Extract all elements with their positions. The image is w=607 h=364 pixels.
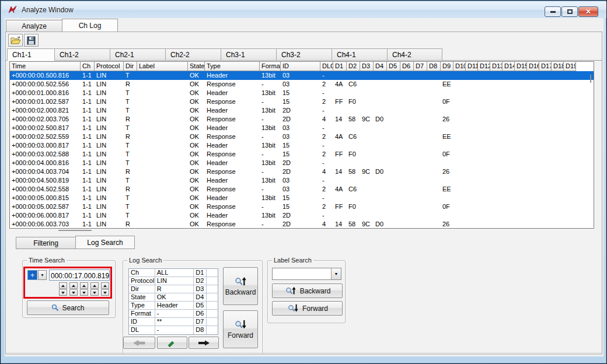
- channel-tab-ch2-2[interactable]: Ch2-2: [165, 48, 221, 61]
- column-header-d1[interactable]: D1: [333, 62, 347, 71]
- label-search-combo[interactable]: ▼: [272, 268, 341, 280]
- time-search-input[interactable]: [49, 270, 110, 281]
- column-header-label[interactable]: Label: [137, 62, 188, 71]
- spinner-down-button[interactable]: [101, 289, 109, 296]
- data-field-value[interactable]: [207, 310, 218, 317]
- column-header-d3[interactable]: D3: [360, 62, 374, 71]
- channel-tab-ch4-2[interactable]: Ch4-2: [387, 48, 442, 61]
- spinner-up-button[interactable]: [59, 282, 67, 289]
- column-header-time[interactable]: Time: [10, 62, 81, 71]
- time-sign-combo[interactable]: + ▼: [27, 270, 47, 280]
- criteria-value[interactable]: Header: [155, 302, 194, 309]
- table-row[interactable]: +000:00:04.003.7041-1LINROKResponse-2D41…: [10, 167, 594, 176]
- column-header-d8[interactable]: D8: [427, 62, 441, 71]
- column-header-d10[interactable]: D10: [453, 62, 466, 71]
- channel-tab-ch2-1[interactable]: Ch2-1: [110, 48, 165, 61]
- data-field-value[interactable]: [207, 293, 218, 301]
- table-row[interactable]: +000:00:00.502.5561-1LINROKResponse-0324…: [10, 80, 594, 89]
- log-search-backward-button[interactable]: Backward: [223, 267, 258, 305]
- time-search-button[interactable]: Search: [27, 300, 109, 315]
- spinner-down-button[interactable]: [90, 289, 99, 296]
- criteria-value[interactable]: OK: [155, 293, 194, 301]
- channel-tab-ch1-1[interactable]: Ch1-1: [7, 48, 54, 61]
- data-field-value[interactable]: [207, 326, 218, 334]
- spinner-up-button[interactable]: [101, 282, 109, 289]
- table-row[interactable]: +000:00:05.000.8151-1LINTOKHeader13bit15…: [10, 194, 594, 202]
- data-field-value[interactable]: [207, 318, 218, 326]
- spinner-up-button[interactable]: [90, 282, 99, 289]
- data-field-value[interactable]: [207, 269, 218, 276]
- spinner-up-button[interactable]: [80, 282, 88, 289]
- data-field-value[interactable]: [207, 302, 218, 309]
- column-header-d9[interactable]: D9: [441, 62, 453, 71]
- label-search-backward-button[interactable]: Backward: [272, 284, 343, 298]
- table-row[interactable]: +000:00:01.000.8161-1LINTOKHeader13bit15…: [10, 89, 594, 97]
- spinner-up-button[interactable]: [69, 282, 78, 289]
- save-button[interactable]: [24, 34, 39, 47]
- table-row[interactable]: +000:00:03.002.5881-1LINTOKResponse-152F…: [10, 150, 594, 159]
- column-header-dlc[interactable]: DLC: [320, 62, 333, 71]
- horizontal-scrollbar-thumb[interactable]: [58, 230, 92, 231]
- column-header-format[interactable]: Format: [260, 62, 281, 71]
- criteria-value[interactable]: R: [155, 285, 194, 293]
- table-row[interactable]: +000:00:06.003.7031-1LINROKResponse-2D41…: [10, 220, 594, 229]
- column-header-d15[interactable]: D15: [515, 62, 527, 71]
- open-file-button[interactable]: [8, 34, 23, 47]
- edit-criteria-button[interactable]: [157, 337, 187, 349]
- label-search-forward-button[interactable]: Forward: [272, 301, 343, 316]
- column-header-d7[interactable]: D7: [414, 62, 427, 71]
- spinner-down-button[interactable]: [80, 289, 88, 296]
- column-header-d17[interactable]: D17: [539, 62, 552, 71]
- channel-tab-ch3-1[interactable]: Ch3-1: [221, 48, 276, 61]
- tab-filtering[interactable]: Filtering: [16, 237, 75, 249]
- column-header-d18[interactable]: D18: [552, 62, 564, 71]
- column-header-ch[interactable]: Ch: [81, 62, 95, 71]
- column-header-d4[interactable]: D4: [374, 62, 387, 71]
- column-header-d16[interactable]: D16: [527, 62, 539, 71]
- data-field-value[interactable]: [207, 277, 218, 285]
- table-row[interactable]: +000:00:05.002.5871-1LINTOKResponse-152F…: [10, 202, 594, 211]
- log-search-forward-button[interactable]: Forward: [223, 310, 258, 348]
- table-row[interactable]: +000:00:06.000.8171-1LINTOKHeader13bit2D…: [10, 211, 594, 220]
- titlebar[interactable]: Analyze Window ✕: [2, 2, 606, 18]
- tab-analyze[interactable]: Analyze: [6, 20, 62, 32]
- data-field-value[interactable]: [207, 285, 218, 293]
- table-row[interactable]: +000:00:02.500.8171-1LINTOKHeader13bit03…: [10, 124, 594, 132]
- channel-tab-ch3-2[interactable]: Ch3-2: [276, 48, 332, 61]
- column-header-state[interactable]: State: [188, 62, 205, 71]
- table-row[interactable]: +000:00:00.500.8161-1LINTOKHeader13bit03…: [10, 71, 594, 80]
- criteria-value[interactable]: -: [155, 310, 194, 317]
- column-header-protocol[interactable]: Protocol: [95, 62, 124, 71]
- column-header-d11[interactable]: D11: [466, 62, 478, 71]
- chevron-down-icon[interactable]: ▼: [38, 270, 47, 280]
- table-row[interactable]: +000:00:02.502.5591-1LINROKResponse-0324…: [10, 132, 594, 141]
- table-row[interactable]: +000:00:03.000.8171-1LINTOKHeader13bit15…: [10, 141, 594, 150]
- column-header-d13[interactable]: D13: [490, 62, 503, 71]
- table-row[interactable]: +000:00:04.500.8191-1LINTOKHeader13bit03…: [10, 176, 594, 185]
- tab-ch-log[interactable]: Ch Log: [62, 19, 118, 32]
- spinner-down-button[interactable]: [69, 289, 78, 296]
- criteria-value[interactable]: -: [155, 326, 194, 334]
- channel-tab-ch4-1[interactable]: Ch4-1: [332, 48, 387, 61]
- spinner-down-button[interactable]: [59, 289, 67, 296]
- column-header-type[interactable]: Type: [205, 62, 260, 71]
- tab-log-search[interactable]: Log Search: [75, 236, 135, 249]
- minimize-button[interactable]: [545, 6, 561, 17]
- column-header-d12[interactable]: D12: [478, 62, 490, 71]
- column-header-dir[interactable]: Dir: [124, 62, 137, 71]
- table-row[interactable]: +000:00:01.002.5871-1LINTOKResponse-152F…: [10, 97, 594, 106]
- column-header-d2[interactable]: D2: [347, 62, 360, 71]
- column-header-id[interactable]: ID: [281, 62, 320, 71]
- maximize-button[interactable]: [561, 6, 578, 17]
- chevron-down-icon[interactable]: ▼: [331, 268, 341, 279]
- column-header-d5[interactable]: D5: [387, 62, 400, 71]
- vertical-scrollbar-thumb[interactable]: [590, 75, 591, 83]
- column-header-d6[interactable]: D6: [400, 62, 414, 71]
- close-button[interactable]: ✕: [578, 6, 598, 17]
- column-header-d19[interactable]: D19: [564, 62, 576, 71]
- channel-tab-ch1-2[interactable]: Ch1-2: [54, 48, 110, 61]
- criteria-value[interactable]: LIN: [155, 277, 194, 285]
- jump-last-button[interactable]: [189, 337, 219, 349]
- criteria-value[interactable]: **: [155, 318, 194, 326]
- criteria-value[interactable]: ALL: [155, 269, 194, 276]
